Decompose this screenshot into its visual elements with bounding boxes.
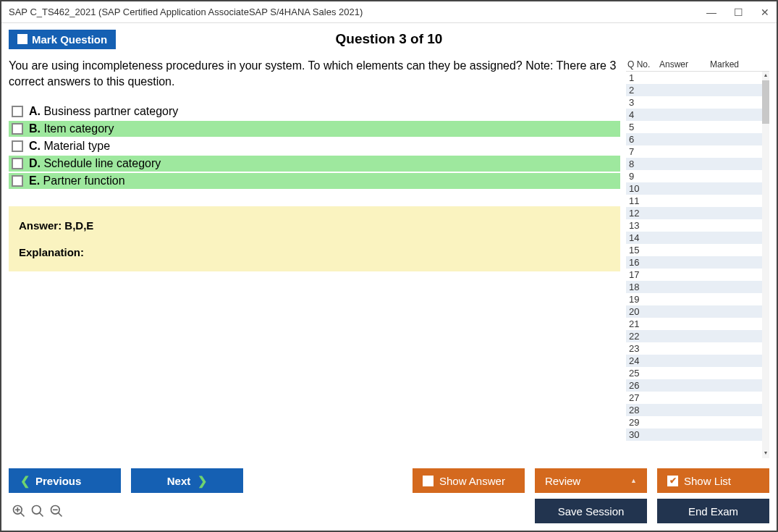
- svg-line-7: [59, 513, 62, 517]
- question-row[interactable]: 28: [626, 404, 762, 416]
- answer-panel: Answer: B,D,E Explanation:: [9, 206, 620, 271]
- question-row[interactable]: 15: [626, 244, 762, 256]
- scroll-up-icon[interactable]: ▴: [762, 72, 769, 80]
- close-icon[interactable]: ✕: [761, 7, 769, 18]
- question-row[interactable]: 30: [626, 428, 762, 441]
- choice-label: D. Schedule line category: [29, 157, 161, 170]
- show-answer-button[interactable]: Show Answer: [413, 468, 525, 493]
- show-list-label: Show List: [684, 475, 731, 487]
- question-row[interactable]: 22: [626, 330, 762, 342]
- show-list-button[interactable]: ✔ Show List: [657, 468, 769, 493]
- mark-question-label: Mark Question: [32, 33, 107, 46]
- question-row[interactable]: 14: [626, 232, 762, 244]
- previous-button[interactable]: ❮ Previous: [9, 468, 121, 493]
- question-row[interactable]: 26: [626, 379, 762, 392]
- checkbox-icon[interactable]: [12, 175, 23, 187]
- explanation-label: Explanation:: [19, 246, 610, 258]
- question-row[interactable]: 23: [626, 342, 762, 355]
- scrollbar-thumb[interactable]: [762, 80, 769, 124]
- question-row[interactable]: 20: [626, 305, 762, 318]
- question-row[interactable]: 4: [626, 109, 762, 121]
- main-row: You are using incompleteness procedures …: [9, 58, 769, 458]
- question-row[interactable]: 10: [626, 182, 762, 195]
- dropdown-icon: ▲: [630, 477, 637, 484]
- question-row[interactable]: 9: [626, 170, 762, 182]
- choice-label: B. Item category: [29, 122, 114, 135]
- zoom-out-icon[interactable]: [49, 504, 64, 518]
- checkbox-icon[interactable]: [12, 158, 23, 169]
- scroll-down-icon[interactable]: ▾: [762, 449, 769, 458]
- choice-label: E. Partner function: [29, 174, 125, 187]
- col-qno: Q No.: [626, 59, 659, 69]
- body: Mark Question Question 3 of 10 You are u…: [1, 23, 777, 465]
- question-row[interactable]: 1: [626, 72, 762, 84]
- sidebar-header: Q No. Answer Marked: [626, 58, 769, 71]
- choice-b[interactable]: B. Item category: [9, 121, 620, 137]
- scrollbar-track[interactable]: ▴ ▾: [762, 72, 769, 458]
- zoom-controls: [9, 504, 64, 518]
- answer-line: Answer: B,D,E: [19, 219, 610, 232]
- mark-question-button[interactable]: Mark Question: [9, 30, 116, 49]
- question-row[interactable]: 5: [626, 121, 762, 133]
- choice-d[interactable]: D. Schedule line category: [9, 156, 620, 172]
- question-row[interactable]: 11: [626, 195, 762, 207]
- question-column: You are using incompleteness procedures …: [9, 58, 620, 458]
- choice-label: C. Material type: [29, 140, 110, 153]
- checkbox-icon[interactable]: [12, 123, 23, 135]
- question-row[interactable]: 19: [626, 293, 762, 305]
- titlebar: SAP C_TS462_2021 (SAP Certified Applicat…: [1, 1, 777, 23]
- window-controls: ― ☐ ✕: [706, 7, 769, 18]
- col-marked: Marked: [710, 59, 769, 69]
- review-dropdown[interactable]: Review ▲: [535, 468, 647, 493]
- question-row[interactable]: 25: [626, 367, 762, 379]
- choice-a[interactable]: A. Business partner category: [9, 104, 620, 119]
- question-row[interactable]: 18: [626, 281, 762, 293]
- maximize-icon[interactable]: ☐: [734, 7, 743, 18]
- app-window: SAP C_TS462_2021 (SAP Certified Applicat…: [0, 0, 778, 532]
- footer: ❮ Previous Next ❯ Show Answer Review ▲ ✔…: [1, 465, 777, 531]
- svg-point-4: [33, 506, 41, 515]
- choices-list: A. Business partner categoryB. Item cate…: [9, 104, 620, 189]
- zoom-in-icon[interactable]: [12, 504, 26, 518]
- choice-e[interactable]: E. Partner function: [9, 173, 620, 189]
- col-answer: Answer: [659, 59, 710, 69]
- review-label: Review: [545, 475, 580, 487]
- checkbox-icon[interactable]: [12, 106, 23, 117]
- chevron-right-icon: ❯: [198, 474, 207, 488]
- question-row[interactable]: 12: [626, 207, 762, 219]
- svg-line-1: [21, 513, 25, 517]
- sidebar-list: 1234567891011121314151617181920212223242…: [626, 71, 769, 458]
- question-text: You are using incompleteness procedures …: [9, 58, 620, 90]
- chevron-left-icon: ❮: [20, 474, 30, 488]
- question-row[interactable]: 29: [626, 416, 762, 428]
- question-row[interactable]: 7: [626, 145, 762, 158]
- question-row[interactable]: 2: [626, 84, 762, 96]
- window-title: SAP C_TS462_2021 (SAP Certified Applicat…: [9, 7, 363, 17]
- question-counter: Question 3 of 10: [336, 31, 443, 47]
- question-row[interactable]: 16: [626, 256, 762, 269]
- next-label: Next: [167, 475, 191, 487]
- end-exam-button[interactable]: End Exam: [657, 499, 769, 523]
- checked-icon: ✔: [667, 476, 678, 486]
- header-row: Mark Question Question 3 of 10: [9, 28, 769, 51]
- checkbox-icon[interactable]: [12, 140, 23, 152]
- question-row[interactable]: 6: [626, 133, 762, 145]
- checkbox-icon: [423, 476, 434, 486]
- choice-c[interactable]: C. Material type: [9, 138, 620, 154]
- zoom-reset-icon[interactable]: [30, 504, 45, 518]
- svg-line-5: [40, 513, 43, 517]
- question-row[interactable]: 8: [626, 158, 762, 170]
- question-row[interactable]: 24: [626, 355, 762, 367]
- footer-row-1: ❮ Previous Next ❯ Show Answer Review ▲ ✔…: [9, 468, 769, 493]
- minimize-icon[interactable]: ―: [706, 7, 716, 18]
- previous-label: Previous: [35, 475, 81, 487]
- next-button[interactable]: Next ❯: [131, 468, 243, 493]
- question-row[interactable]: 3: [626, 96, 762, 109]
- save-session-button[interactable]: Save Session: [535, 499, 647, 523]
- question-row[interactable]: 13: [626, 219, 762, 232]
- question-row[interactable]: 17: [626, 269, 762, 281]
- choice-label: A. Business partner category: [29, 105, 178, 118]
- question-row[interactable]: 27: [626, 392, 762, 404]
- checkbox-icon: [17, 34, 28, 44]
- question-row[interactable]: 21: [626, 318, 762, 330]
